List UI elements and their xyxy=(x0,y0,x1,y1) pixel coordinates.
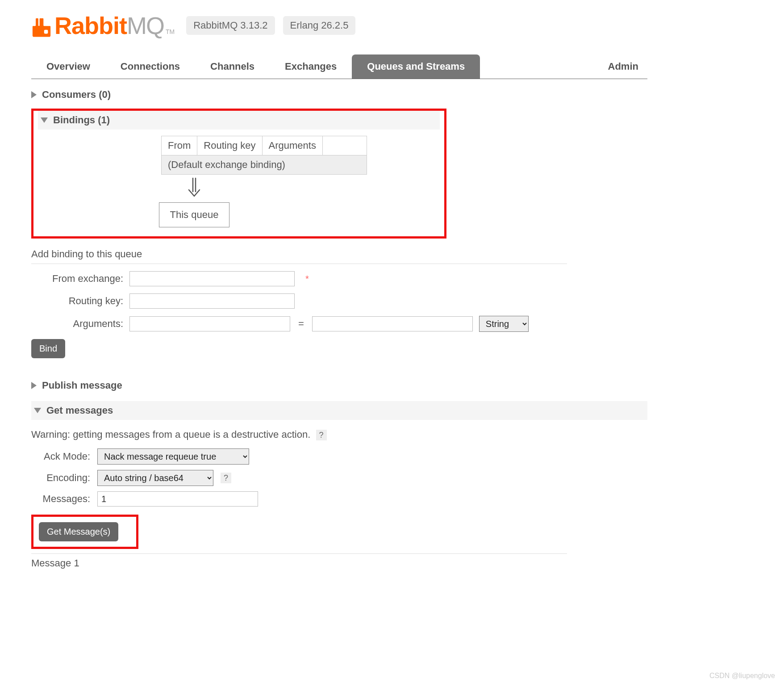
tab-connections[interactable]: Connections xyxy=(105,54,195,79)
argument-type-select[interactable]: String xyxy=(479,316,529,332)
bindings-table: From Routing key Arguments (Default exch… xyxy=(161,136,367,175)
help-icon[interactable]: ? xyxy=(316,430,327,440)
help-icon[interactable]: ? xyxy=(221,473,231,483)
bindings-th-from: From xyxy=(162,136,197,155)
brand-rabbit: Rabbit xyxy=(54,13,127,38)
rabbitmq-logo: RabbitMQ TM xyxy=(31,13,173,38)
version-badge: RabbitMQ 3.13.2 xyxy=(186,16,275,35)
rabbitmq-icon xyxy=(31,17,52,38)
section-bindings[interactable]: Bindings (1) xyxy=(38,111,440,130)
tab-exchanges[interactable]: Exchanges xyxy=(270,54,352,79)
routing-key-input[interactable] xyxy=(129,293,295,309)
triangle-right-icon xyxy=(31,382,37,389)
from-exchange-label: From exchange: xyxy=(31,273,123,285)
encoding-label: Encoding: xyxy=(31,472,90,484)
tab-channels[interactable]: Channels xyxy=(195,54,270,79)
publish-title: Publish message xyxy=(42,380,122,391)
watermark: CSDN @liupenglove xyxy=(709,672,775,680)
argument-key-input[interactable] xyxy=(129,316,290,331)
equals-sign: = xyxy=(296,318,306,330)
tab-admin[interactable]: Admin xyxy=(599,54,647,79)
get-messages-warning: Warning: getting messages from a queue i… xyxy=(31,429,310,440)
section-get-messages[interactable]: Get messages xyxy=(31,401,647,420)
triangle-right-icon xyxy=(31,91,37,98)
bindings-th-routing-key: Routing key xyxy=(197,136,262,155)
add-binding-title: Add binding to this queue xyxy=(31,248,567,264)
erlang-badge: Erlang 26.2.5 xyxy=(283,16,356,35)
brand-mq: MQ xyxy=(127,13,164,38)
consumers-title: Consumers (0) xyxy=(42,89,111,101)
ack-mode-label: Ack Mode: xyxy=(31,451,90,462)
required-star: * xyxy=(305,274,309,284)
bind-button[interactable]: Bind xyxy=(31,339,65,358)
get-messages-button[interactable]: Get Message(s) xyxy=(39,522,118,541)
messages-label: Messages: xyxy=(31,493,90,505)
main-tabs: Overview Connections Channels Exchanges … xyxy=(31,54,647,79)
arguments-label: Arguments: xyxy=(31,318,123,330)
section-consumers[interactable]: Consumers (0) xyxy=(31,85,647,104)
argument-value-input[interactable] xyxy=(312,316,473,331)
tab-overview[interactable]: Overview xyxy=(31,54,105,79)
arrow-down-icon xyxy=(38,177,350,200)
section-publish[interactable]: Publish message xyxy=(31,376,647,395)
bindings-title: Bindings (1) xyxy=(53,114,110,126)
bindings-th-arguments: Arguments xyxy=(262,136,322,155)
default-binding-row: (Default exchange binding) xyxy=(162,155,367,175)
tab-queues[interactable]: Queues and Streams xyxy=(352,54,480,79)
bindings-th-blank xyxy=(322,136,367,155)
ack-mode-select[interactable]: Nack message requeue true xyxy=(97,448,249,465)
routing-key-label: Routing key: xyxy=(31,295,123,307)
brand-tm: TM xyxy=(166,29,175,35)
svg-rect-0 xyxy=(44,30,48,34)
encoding-select[interactable]: Auto string / base64 xyxy=(97,470,213,486)
triangle-down-icon xyxy=(41,117,48,123)
this-queue-box: This queue xyxy=(159,202,230,227)
triangle-down-icon xyxy=(34,408,41,413)
get-messages-title: Get messages xyxy=(46,405,113,416)
message-result-header: Message 1 xyxy=(31,553,567,569)
messages-input[interactable] xyxy=(97,491,258,507)
from-exchange-input[interactable] xyxy=(129,271,295,286)
